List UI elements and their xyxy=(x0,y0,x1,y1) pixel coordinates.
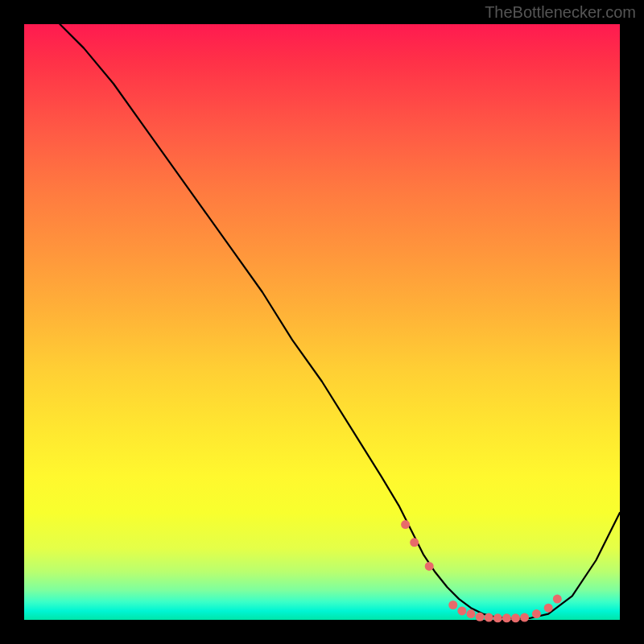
highlight-marker xyxy=(485,613,493,622)
bottleneck-curve-line xyxy=(60,24,620,619)
highlight-marker xyxy=(532,609,541,618)
highlight-marker xyxy=(425,562,434,571)
watermark-text: TheBottlenecker.com xyxy=(485,3,636,22)
highlight-marker xyxy=(502,613,511,622)
highlight-marker-group xyxy=(401,520,562,622)
highlight-marker xyxy=(520,613,529,622)
highlight-marker xyxy=(511,613,520,622)
highlight-marker xyxy=(457,606,466,615)
highlight-marker xyxy=(476,613,485,621)
chart-svg xyxy=(24,24,620,620)
highlight-marker xyxy=(493,613,502,622)
highlight-marker xyxy=(553,595,562,604)
highlight-marker xyxy=(410,538,419,547)
highlight-marker xyxy=(401,520,410,529)
highlight-marker xyxy=(467,609,476,618)
highlight-marker xyxy=(544,604,553,613)
highlight-marker xyxy=(448,601,457,609)
chart-plot-area xyxy=(24,24,620,620)
